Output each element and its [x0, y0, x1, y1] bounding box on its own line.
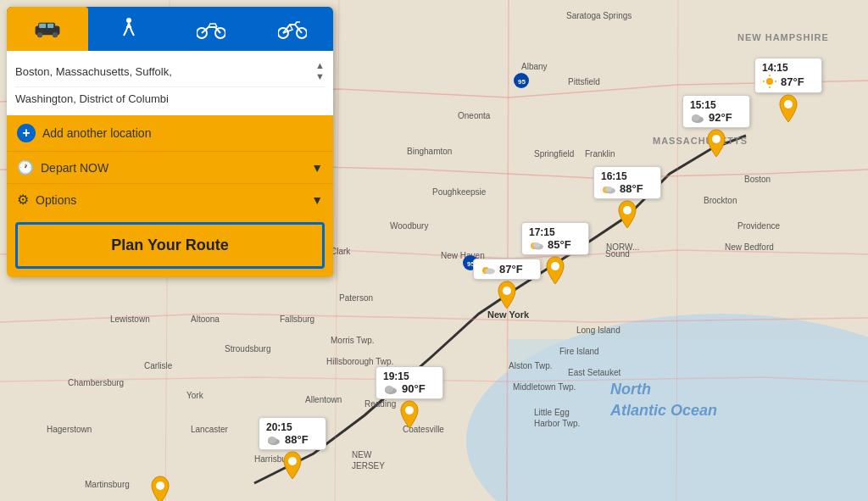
- add-location-label: Add another location: [42, 126, 151, 140]
- svg-text:Fallsburg: Fallsburg: [280, 315, 314, 324]
- svg-text:Middletown Twp.: Middletown Twp.: [513, 382, 576, 392]
- svg-text:JERSEY: JERSEY: [352, 461, 385, 470]
- svg-text:Binghamton: Binghamton: [407, 147, 452, 156]
- svg-point-76: [503, 287, 511, 295]
- svg-text:NORW...: NORW...: [606, 242, 639, 252]
- svg-point-82: [288, 457, 297, 465]
- svg-text:Brockton: Brockton: [704, 196, 737, 205]
- depart-label: Depart NOW: [41, 161, 311, 175]
- svg-point-83: [156, 482, 164, 490]
- weather-pin-8: [148, 475, 172, 501]
- svg-point-73: [551, 262, 559, 270]
- svg-rect-89: [47, 24, 53, 28]
- svg-text:Alston Twp.: Alston Twp.: [509, 361, 553, 370]
- svg-rect-88: [39, 24, 46, 28]
- svg-text:Hagerstown: Hagerstown: [47, 425, 92, 434]
- clock-icon: 🕐: [17, 159, 34, 175]
- svg-text:Atlantic Ocean: Atlantic Ocean: [609, 402, 717, 419]
- svg-text:Allentown: Allentown: [305, 395, 342, 404]
- svg-point-69: [623, 206, 632, 214]
- svg-text:Little Egg: Little Egg: [534, 408, 570, 417]
- svg-text:95: 95: [518, 78, 526, 86]
- svg-text:Long Island: Long Island: [576, 326, 620, 335]
- weather-pin-5: 87°F: [473, 259, 541, 310]
- sidebar-panel: Boston, Massachusetts, Suffolk, ▲ ▼ Wash…: [7, 7, 333, 277]
- depart-chevron-icon: ▼: [311, 161, 323, 175]
- tab-bicycle[interactable]: [252, 7, 333, 51]
- svg-point-65: [712, 135, 721, 143]
- svg-text:New York: New York: [487, 309, 530, 320]
- svg-text:NEW: NEW: [352, 450, 372, 459]
- svg-text:Chambersburg: Chambersburg: [68, 378, 124, 387]
- svg-text:Springfield: Springfield: [534, 149, 574, 159]
- svg-text:Franklin: Franklin: [585, 149, 615, 159]
- svg-text:Woodbury: Woodbury: [390, 221, 428, 231]
- svg-text:NEW HAMPSHIRE: NEW HAMPSHIRE: [737, 32, 829, 42]
- svg-text:Harbor Twp.: Harbor Twp.: [534, 419, 580, 428]
- svg-text:Poughkeepsie: Poughkeepsie: [432, 187, 487, 197]
- svg-text:Paterson: Paterson: [339, 293, 373, 303]
- transport-tabs: [7, 7, 333, 51]
- svg-text:New Bedford: New Bedford: [725, 242, 774, 252]
- svg-text:Clark: Clark: [331, 247, 351, 256]
- svg-point-75: [485, 268, 495, 274]
- svg-point-64: [692, 114, 700, 121]
- from-location-row: Boston, Massachusetts, Suffolk, ▲ ▼: [15, 56, 325, 87]
- options-dropdown[interactable]: ⚙ Options ▼: [7, 183, 333, 215]
- weather-pin-3: 16:15 88°F: [593, 166, 661, 230]
- svg-text:Martinsburg: Martinsburg: [85, 480, 130, 489]
- svg-point-87: [53, 32, 58, 37]
- location-reorder-arrows: ▲ ▼: [315, 61, 325, 81]
- weather-pin-2: 15:15 92°F: [682, 95, 750, 159]
- svg-text:Altoona: Altoona: [191, 315, 220, 324]
- tab-walk[interactable]: [88, 7, 170, 51]
- gear-icon: ⚙: [17, 192, 29, 208]
- svg-point-79: [405, 406, 414, 415]
- weather-pin-1: 14:15 87°F: [754, 58, 822, 124]
- move-down-button[interactable]: ▼: [315, 72, 325, 81]
- svg-point-78: [385, 386, 393, 392]
- weather-pin-6: 19:15 90°F: [376, 366, 443, 430]
- locations-section: Boston, Massachusetts, Suffolk, ▲ ▼ Wash…: [7, 51, 333, 115]
- plan-route-button[interactable]: Plan Your Route: [15, 222, 325, 269]
- plus-icon: +: [17, 124, 36, 142]
- svg-text:East Setauket: East Setauket: [568, 368, 620, 377]
- svg-text:Boston: Boston: [744, 175, 771, 184]
- svg-text:North: North: [610, 381, 651, 398]
- add-location-button[interactable]: + Add another location: [7, 115, 333, 151]
- options-chevron-icon: ▼: [311, 193, 323, 207]
- svg-text:Lancaster: Lancaster: [191, 425, 229, 434]
- svg-text:York: York: [186, 391, 204, 400]
- svg-point-68: [605, 186, 612, 192]
- svg-text:Saratoga Springs: Saratoga Springs: [566, 11, 632, 20]
- svg-point-72: [533, 242, 540, 248]
- tab-motorcycle[interactable]: [170, 7, 252, 51]
- svg-point-62: [784, 100, 793, 109]
- svg-point-57: [766, 78, 773, 85]
- from-location-text[interactable]: Boston, Massachusetts, Suffolk,: [15, 65, 310, 78]
- svg-text:Albany: Albany: [521, 62, 548, 71]
- to-location-text[interactable]: Washington, District of Columbi: [15, 92, 325, 105]
- svg-text:Fire Island: Fire Island: [559, 347, 599, 356]
- move-up-button[interactable]: ▲: [315, 61, 325, 70]
- svg-text:Lewistown: Lewistown: [110, 315, 150, 324]
- svg-text:Providence: Providence: [737, 221, 780, 231]
- svg-text:Pittsfield: Pittsfield: [568, 77, 600, 86]
- options-label: Options: [36, 193, 311, 207]
- depart-dropdown[interactable]: 🕐 Depart NOW ▼: [7, 151, 333, 183]
- svg-text:Morris Twp.: Morris Twp.: [331, 336, 375, 345]
- to-location-row: Washington, District of Columbi: [15, 87, 325, 110]
- svg-point-90: [126, 18, 131, 23]
- svg-point-81: [268, 437, 276, 443]
- tab-car[interactable]: [7, 7, 88, 51]
- svg-text:Hillsborough Twp.: Hillsborough Twp.: [326, 357, 393, 366]
- svg-point-86: [37, 32, 42, 37]
- weather-pin-7: 20:15 88°F: [259, 417, 326, 481]
- svg-text:Oneonta: Oneonta: [458, 111, 491, 120]
- svg-text:Stroudsburg: Stroudsburg: [225, 344, 270, 353]
- svg-text:Carlisle: Carlisle: [144, 361, 173, 370]
